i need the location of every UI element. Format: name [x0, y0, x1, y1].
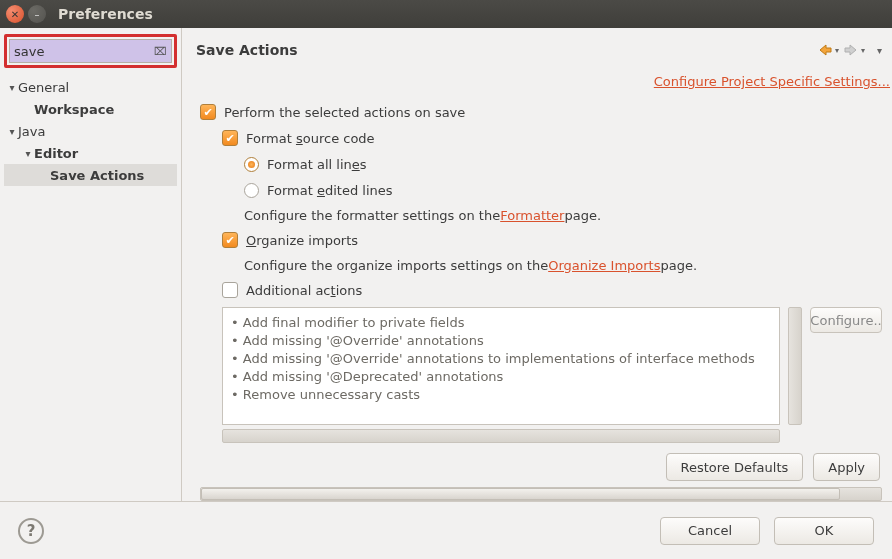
additional-actions-list: Add final modifier to private fields Add… [222, 307, 780, 425]
help-icon[interactable]: ? [18, 518, 44, 544]
clear-search-icon[interactable]: ⌧ [152, 43, 168, 59]
additional-actions-checkbox-row[interactable]: Additional actions [200, 277, 882, 303]
tree-item-editor[interactable]: ▾ Editor [4, 142, 177, 164]
list-item: Remove unnecessary casts [231, 386, 771, 404]
list-item: Add missing '@Deprecated' annotations [231, 368, 771, 386]
tree-item-java[interactable]: ▾ Java [4, 120, 177, 142]
preferences-tree: ▾ General Workspace ▾ Java ▾ Editor Save… [4, 76, 177, 495]
restore-defaults-button[interactable]: Restore Defaults [666, 453, 804, 481]
page-title: Save Actions [196, 42, 298, 58]
content-horizontal-scrollbar[interactable] [200, 487, 882, 501]
checkbox-checked-icon[interactable] [222, 232, 238, 248]
vertical-scrollbar[interactable] [788, 307, 802, 425]
nav-toolbar: ▾ ▾ ▾ [817, 42, 882, 58]
dialog-footer: ? Cancel OK [0, 501, 892, 559]
apply-button[interactable]: Apply [813, 453, 880, 481]
perform-on-save-label: Perform the selected actions on save [224, 105, 465, 120]
radio-unchecked-icon[interactable] [244, 183, 259, 198]
list-item: Add final modifier to private fields [231, 314, 771, 332]
organize-hint: Configure the organize imports settings … [200, 253, 882, 277]
window-minimize-button[interactable]: – [28, 5, 46, 23]
tree-item-save-actions[interactable]: Save Actions [4, 164, 177, 186]
cancel-button[interactable]: Cancel [660, 517, 760, 545]
configure-actions-button[interactable]: Configure.. [810, 307, 882, 333]
nav-forward-icon[interactable] [843, 42, 859, 58]
organize-imports-checkbox-row[interactable]: Organize imports [200, 227, 882, 253]
additional-actions-label: Additional actions [246, 283, 362, 298]
tree-item-workspace[interactable]: Workspace [4, 98, 177, 120]
ok-button[interactable]: OK [774, 517, 874, 545]
checkbox-checked-icon[interactable] [222, 130, 238, 146]
window-close-button[interactable]: ✕ [6, 5, 24, 23]
organize-imports-label: Organize imports [246, 233, 358, 248]
organize-imports-link[interactable]: Organize Imports [548, 258, 660, 273]
tree-item-general[interactable]: ▾ General [4, 76, 177, 98]
perform-on-save-checkbox-row[interactable]: Perform the selected actions on save [200, 99, 882, 125]
window-title: Preferences [58, 6, 153, 22]
nav-back-icon[interactable] [817, 42, 833, 58]
checkbox-unchecked-icon[interactable] [222, 282, 238, 298]
content-pane: Save Actions ▾ ▾ ▾ Configure Project Spe… [182, 28, 892, 501]
list-item: Add missing '@Override' annotations to i… [231, 350, 771, 368]
format-source-checkbox-row[interactable]: Format source code [200, 125, 882, 151]
twisty-down-icon: ▾ [6, 82, 18, 93]
format-source-label: Format source code [246, 131, 375, 146]
checkbox-checked-icon[interactable] [200, 104, 216, 120]
horizontal-scrollbar[interactable] [222, 429, 780, 443]
formatter-hint: Configure the formatter settings on the … [200, 203, 882, 227]
list-item: Add missing '@Override' annotations [231, 332, 771, 350]
radio-checked-icon[interactable] [244, 157, 259, 172]
filter-input[interactable] [9, 39, 172, 63]
sidebar: ⌧ ▾ General Workspace ▾ Java ▾ Editor [0, 28, 182, 501]
format-edited-lines-radio-row[interactable]: Format edited lines [200, 177, 882, 203]
nav-forward-menu-icon[interactable]: ▾ [861, 46, 865, 55]
format-all-lines-radio-row[interactable]: Format all lines [200, 151, 882, 177]
format-all-lines-label: Format all lines [267, 157, 367, 172]
twisty-down-icon: ▾ [6, 126, 18, 137]
search-container: ⌧ [9, 39, 172, 63]
save-actions-form: Perform the selected actions on save For… [196, 95, 892, 501]
format-edited-lines-label: Format edited lines [267, 183, 393, 198]
scrollbar-thumb[interactable] [201, 488, 840, 500]
window-titlebar: ✕ – Preferences [0, 0, 892, 28]
nav-back-menu-icon[interactable]: ▾ [835, 46, 839, 55]
configure-project-specific-link[interactable]: Configure Project Specific Settings... [654, 74, 890, 89]
search-highlight-box: ⌧ [4, 34, 177, 68]
twisty-down-icon: ▾ [22, 148, 34, 159]
view-menu-icon[interactable]: ▾ [877, 45, 882, 56]
formatter-link[interactable]: Formatter [500, 208, 564, 223]
